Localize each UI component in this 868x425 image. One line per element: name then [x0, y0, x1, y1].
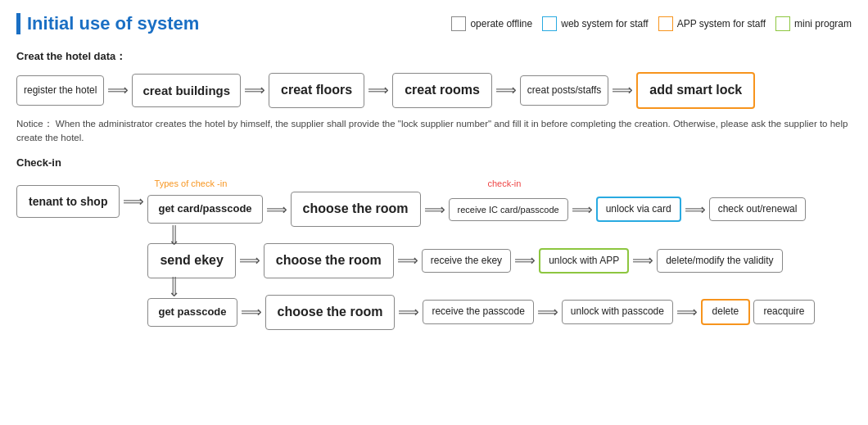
legend-web: web system for staff	[542, 16, 648, 31]
arrow-e4: ⟹	[629, 251, 657, 269]
step-buildings: creat buildings	[132, 74, 241, 108]
arrow-c2: ⟹	[421, 201, 449, 219]
mini-label: mini program	[794, 18, 852, 29]
step-get-passcode: get passcode	[147, 298, 237, 327]
step-unlock-app: unlock with APP	[539, 248, 629, 274]
legend-mini: mini program	[775, 16, 852, 31]
arrow-c3: ⟹	[568, 201, 596, 219]
offline-box	[451, 16, 466, 31]
page-title: Initial use of system	[16, 13, 199, 34]
legend: operate offline web system for staff APP…	[451, 16, 852, 31]
step-delete-modify: delete/modify the validity	[657, 249, 782, 274]
hotel-flow-row: register the hotel ⟹ creat buildings ⟹ c…	[16, 72, 852, 109]
types-label: Types of check -in	[147, 179, 233, 188]
legend-app: APP system for staff	[658, 16, 766, 31]
legend-offline: operate offline	[451, 16, 532, 31]
app-box	[658, 16, 673, 31]
down-arrow-1: ⟹	[147, 227, 814, 243]
arrow-3: ⟹	[364, 81, 392, 99]
hotel-section-title: Creat the hotel data：	[16, 49, 852, 64]
checkin-title: Check-in	[16, 156, 852, 169]
arrow-p2: ⟹	[395, 303, 423, 321]
tenant-box: tenant to shop	[16, 185, 120, 218]
step-reacquire: reacquire	[753, 300, 815, 324]
step-choose-room-3: choose the room	[265, 295, 396, 330]
step-delete: delete	[701, 299, 750, 325]
arrow-5: ⟹	[608, 81, 636, 99]
arrow-4: ⟹	[492, 81, 520, 99]
path-passcode: get passcode ⟹ choose the room ⟹ receive…	[147, 295, 814, 330]
arrow-p4: ⟹	[673, 303, 701, 321]
arrow-c1: ⟹	[263, 201, 291, 219]
hotel-section: Creat the hotel data： register the hotel…	[16, 49, 852, 109]
arrow-e1: ⟹	[236, 251, 264, 269]
step-receive-passcode: receive the passcode	[423, 300, 533, 324]
step-register: register the hotel	[16, 75, 104, 106]
step-posts: creat posts/staffs	[520, 75, 609, 106]
step-rooms: creat rooms	[392, 73, 492, 108]
page-header: Initial use of system operate offline we…	[16, 13, 852, 34]
arrow-1: ⟹	[104, 81, 132, 99]
step-receive-ekey: receive the ekey	[422, 249, 511, 274]
tenant-arrow: ⟹	[120, 192, 147, 210]
app-label: APP system for staff	[677, 18, 766, 29]
arrow-p1: ⟹	[237, 303, 265, 321]
step-unlock-card: unlock via card	[596, 197, 681, 223]
arrow-e3: ⟹	[511, 251, 539, 269]
step-get-card: get card/passcode	[147, 195, 262, 224]
step-lock: add smart lock	[636, 72, 755, 109]
step-choose-room-2: choose the room	[264, 243, 394, 278]
mini-box	[775, 16, 790, 31]
step-unlock-passcode: unlock with passcode	[562, 300, 673, 324]
step-receive-ic: receive IC card/passcode	[449, 198, 568, 221]
step-choose-room-1: choose the room	[291, 192, 421, 227]
path-ekey: send ekey ⟹ choose the room ⟹ receive th…	[147, 243, 814, 278]
arrow-2: ⟹	[241, 81, 269, 99]
step-send-ekey: send ekey	[147, 243, 235, 278]
step-floors: creat floors	[269, 73, 364, 108]
web-label: web system for staff	[561, 18, 648, 29]
checkin-section: Check-in tenant to shop ⟹ Types of check…	[16, 156, 852, 329]
notice-text: Notice： When the administrator creates t…	[16, 117, 852, 146]
checkin-status-label: check-in	[487, 179, 521, 188]
arrow-c4: ⟹	[681, 201, 709, 219]
offline-label: operate offline	[470, 18, 532, 29]
arrow-e2: ⟹	[394, 251, 422, 269]
web-box	[542, 16, 557, 31]
path-card: get card/passcode ⟹ choose the room ⟹ re…	[147, 192, 814, 227]
step-checkout: check out/renewal	[709, 197, 807, 222]
arrow-p3: ⟹	[534, 303, 562, 321]
down-arrow-2: ⟹	[147, 278, 814, 295]
